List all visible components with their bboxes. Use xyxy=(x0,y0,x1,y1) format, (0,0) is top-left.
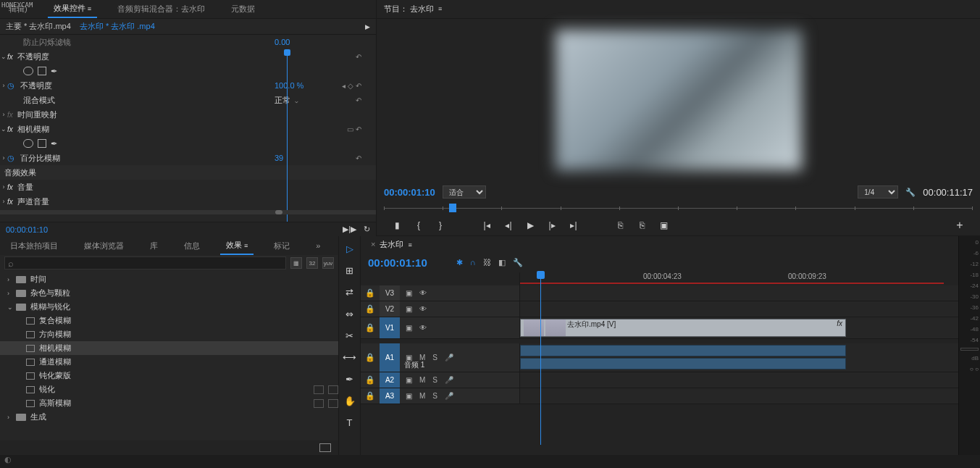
sequence-clip-label[interactable]: 去水印 * 去水印 .mp4 xyxy=(80,21,155,32)
track-lane-v1[interactable]: fx去水印.mp4 [V] xyxy=(520,317,958,338)
fx-row-blurpercent[interactable]: 百分比模糊 xyxy=(19,153,267,164)
badge-accel-icon[interactable]: ▦ xyxy=(290,257,302,269)
ripple-tool-icon[interactable]: ⇄ xyxy=(343,285,356,298)
prev-key-icon[interactable]: ◂ xyxy=(342,82,345,90)
fx-mini-playhead[interactable] xyxy=(287,54,288,222)
fx-row-channel-volume[interactable]: 声道音量 xyxy=(16,196,361,207)
fit-select[interactable]: 适合 xyxy=(443,185,486,199)
stopwatch-icon[interactable]: ◷ xyxy=(7,81,19,91)
stopwatch-icon[interactable]: ◷ xyxy=(7,154,19,163)
goto-out-icon[interactable]: ▸| xyxy=(568,220,579,231)
blend-mode-select[interactable]: 正常 xyxy=(275,96,290,104)
pen-tool-icon[interactable]: ✒ xyxy=(343,372,356,385)
fx-row-camerablur[interactable]: 相机模糊 xyxy=(16,124,267,135)
step-fwd-icon[interactable]: |▸ xyxy=(546,220,558,231)
close-seq-icon[interactable]: × xyxy=(371,240,375,248)
settings-icon[interactable]: 🔧 xyxy=(513,258,523,267)
track-v3[interactable]: V3 xyxy=(380,285,400,301)
tree-folder-blur[interactable]: ⌄模糊与锐化 xyxy=(0,300,338,314)
tab-info[interactable]: 信息 xyxy=(178,238,206,254)
razor-tool-icon[interactable]: ✂ xyxy=(343,329,356,342)
fx-row-opacity[interactable]: 不透明度 xyxy=(16,51,267,62)
lock-icon[interactable]: 🔒 xyxy=(361,391,380,401)
reset-icon[interactable]: ↶ xyxy=(318,96,361,104)
tree-item-directional-blur[interactable]: 方向模糊 xyxy=(0,327,338,341)
track-a1[interactable]: A1 xyxy=(380,343,400,372)
program-preview[interactable] xyxy=(377,19,980,183)
pen-mask-icon[interactable]: ✒ xyxy=(51,139,57,149)
selection-tool-icon[interactable]: ▷ xyxy=(343,242,356,255)
add-key-icon[interactable]: ◇ xyxy=(348,82,353,90)
play-icon[interactable]: ▶ xyxy=(524,220,536,231)
lock-icon[interactable]: 🔒 xyxy=(361,288,380,298)
audio-clip-2[interactable] xyxy=(520,358,846,369)
tree-item-unsharp-mask[interactable]: 钝化蒙版 xyxy=(0,369,338,383)
ellipse-mask-icon[interactable] xyxy=(23,67,33,75)
loop-icon[interactable]: ↻ xyxy=(364,225,370,234)
lock-icon[interactable]: 🔒 xyxy=(361,323,380,333)
link-icon[interactable]: ▭ xyxy=(347,125,353,133)
toggle-output-icon[interactable]: ▣ xyxy=(406,305,412,313)
rate-tool-icon[interactable]: ⇔ xyxy=(343,307,356,320)
tab-markers[interactable]: 标记 xyxy=(268,238,296,254)
tab-media-browser[interactable]: 媒体浏览器 xyxy=(78,238,130,254)
timeline-playhead[interactable] xyxy=(540,271,541,445)
tab-project[interactable]: 日本旅拍项目 xyxy=(4,238,64,254)
tree-item-gaussian-blur[interactable]: 高斯模糊 xyxy=(0,396,338,410)
tab-effect-controls[interactable]: 效果控件≡ xyxy=(48,0,97,18)
tree-item-sharpen[interactable]: 锐化 xyxy=(0,383,338,396)
add-button-icon[interactable]: + xyxy=(954,220,966,231)
tree-item-channel-blur[interactable]: 通道模糊 xyxy=(0,355,338,369)
marquee-tool-icon[interactable]: ⊞ xyxy=(343,264,356,277)
reset-icon[interactable]: ↶ xyxy=(318,53,361,61)
snap-icon[interactable]: ✱ xyxy=(456,258,463,267)
rect-mask-icon[interactable] xyxy=(38,67,46,75)
overflow-icon[interactable]: » xyxy=(310,238,326,253)
reset-icon[interactable]: ↶ xyxy=(356,125,361,133)
link-icon[interactable]: ⛓ xyxy=(483,258,491,267)
wrench-icon[interactable]: 🔧 xyxy=(905,188,916,197)
track-a3[interactable]: A3 xyxy=(380,388,400,404)
eye-icon[interactable]: 👁 xyxy=(419,289,427,297)
marker-icon[interactable]: ◧ xyxy=(498,258,506,267)
program-scrubber[interactable] xyxy=(384,202,973,215)
extract-icon[interactable]: ⎘ xyxy=(636,220,648,231)
toggle-output-icon[interactable]: ▣ xyxy=(406,392,412,400)
slip-tool-icon[interactable]: ⟷ xyxy=(343,351,356,364)
type-tool-icon[interactable]: T xyxy=(343,416,356,429)
effects-search-input[interactable] xyxy=(4,256,286,269)
bracket-out-icon[interactable]: } xyxy=(435,220,446,231)
magnet-icon[interactable]: ∩ xyxy=(470,258,476,267)
tree-item-compound-blur[interactable]: 复合模糊 xyxy=(0,314,338,327)
fx-row-volume[interactable]: 音量 xyxy=(16,182,361,193)
timeline-timecode[interactable]: 00:00:01:10 xyxy=(368,256,427,269)
reset-icon[interactable]: ↶ xyxy=(356,82,361,90)
lock-icon[interactable]: 🔒 xyxy=(361,375,380,385)
tree-item-camera-blur[interactable]: 相机模糊 xyxy=(0,341,338,355)
fx-row-distortion[interactable]: 防止闪烁滤镜 xyxy=(22,37,267,48)
ellipse-mask-icon[interactable] xyxy=(23,139,33,148)
track-lane-v2[interactable] xyxy=(520,301,958,317)
tab-library[interactable]: 库 xyxy=(144,238,164,254)
fx-row-blend[interactable]: 混合模式 xyxy=(22,95,267,106)
program-timecode-left[interactable]: 00:00:01:10 xyxy=(384,187,435,198)
tab-effects[interactable]: 效果≡ xyxy=(220,237,254,255)
pen-mask-icon[interactable]: ✒ xyxy=(51,67,57,76)
bracket-in-icon[interactable]: { xyxy=(413,220,424,231)
lock-icon[interactable]: 🔒 xyxy=(361,304,380,314)
toggle-output-icon[interactable]: ▣ xyxy=(406,376,412,384)
tab-audio-mixer[interactable]: 音频剪辑混合器：去水印 xyxy=(112,1,211,17)
track-a2[interactable]: A2 xyxy=(380,372,400,388)
tab-metadata[interactable]: 元数据 xyxy=(225,1,261,17)
toggle-output-icon[interactable]: ▣ xyxy=(406,289,412,297)
fx-row-opacity-value[interactable]: 不透明度 xyxy=(19,80,267,91)
mic-icon[interactable]: 🎤 xyxy=(445,354,453,362)
track-v2[interactable]: V2 xyxy=(380,301,400,317)
timeline-ruler[interactable]: 00:00:04:23 00:00:09:23 xyxy=(520,272,958,285)
resolution-select[interactable]: 1/4 xyxy=(858,185,898,199)
eye-icon[interactable]: 👁 xyxy=(419,305,427,313)
track-v1[interactable]: V1 xyxy=(380,317,400,338)
tree-folder-time[interactable]: ›时间 xyxy=(0,272,338,286)
export-frame-icon[interactable]: ▣ xyxy=(658,220,669,231)
audio-clip-1[interactable] xyxy=(520,345,846,356)
